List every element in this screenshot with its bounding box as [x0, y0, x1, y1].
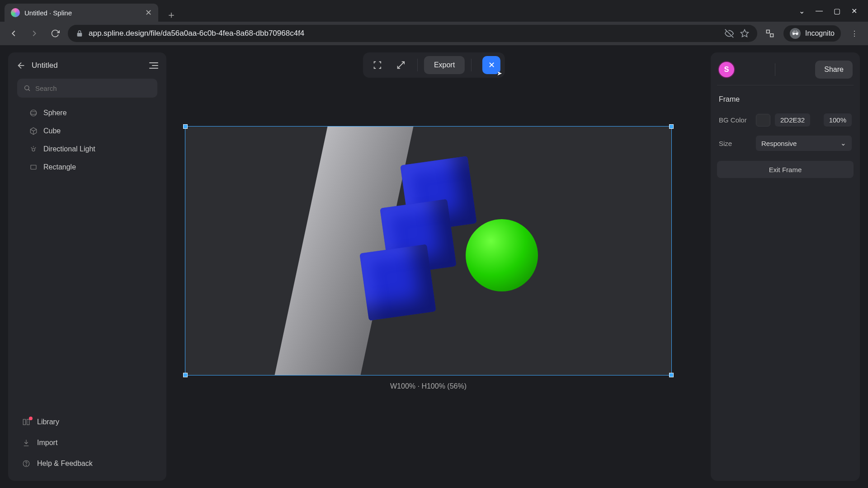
bg-color-opacity[interactable]: 100% [824, 113, 852, 127]
document-title[interactable]: Untitled [32, 61, 144, 70]
bg-color-swatch[interactable] [756, 114, 770, 127]
size-label: Size [719, 140, 751, 147]
left-panel: Untitled Sphere Cube Directional Light [8, 52, 166, 481]
layer-label: Directional Light [43, 145, 95, 153]
eye-off-icon[interactable] [725, 29, 734, 38]
star-icon[interactable] [740, 29, 749, 38]
import-button[interactable]: Import [16, 434, 158, 452]
layer-list: Sphere Cube Directional Light Rectangle [14, 102, 161, 409]
layer-item-light[interactable]: Directional Light [15, 140, 159, 158]
window-controls: ⌄ — ▢ ✕ [788, 0, 868, 22]
export-button[interactable]: Export [424, 56, 465, 74]
library-label: Library [37, 418, 59, 426]
maximize-icon[interactable]: ▢ [834, 7, 840, 15]
spline-favicon [11, 8, 20, 17]
svg-rect-2 [770, 34, 774, 37]
resize-handle-bl[interactable] [183, 373, 188, 377]
cube-face [359, 244, 436, 320]
import-icon [22, 438, 31, 447]
close-play-button[interactable]: ✕ ➤ [482, 56, 500, 74]
layer-label: Cube [43, 127, 61, 135]
frame-dimensions-label: W100% · H100% (56%) [390, 382, 467, 390]
library-icon [22, 418, 31, 427]
cursor-icon: ➤ [497, 70, 502, 77]
layer-item-sphere[interactable]: Sphere [15, 104, 159, 122]
layer-item-cube[interactable]: Cube [15, 122, 159, 140]
hamburger-menu-icon[interactable] [149, 62, 158, 69]
help-icon [22, 459, 31, 468]
sphere-icon [29, 108, 38, 117]
size-row: Size Responsive ⌄ [717, 134, 854, 153]
incognito-icon: 🕶 [790, 28, 801, 39]
browser-address-bar: app.spline.design/file/da56a0aa-6c0b-4fe… [0, 22, 868, 45]
sphere-object[interactable] [466, 219, 538, 291]
light-icon [29, 145, 38, 154]
svg-point-5 [30, 112, 37, 114]
library-button[interactable]: Library [16, 413, 158, 431]
bg-color-label: BG Color [719, 116, 751, 124]
incognito-label: Incognito [805, 29, 835, 38]
lock-icon [76, 30, 83, 37]
separator [775, 63, 775, 76]
url-text: app.spline.design/file/da56a0aa-6c0b-4fe… [89, 29, 304, 38]
reload-button[interactable] [47, 25, 63, 42]
kebab-menu-icon[interactable]: ⋮ [846, 25, 863, 42]
play-toolbar: Export ✕ ➤ [363, 52, 505, 78]
frame-viewport[interactable]: W100% · H100% (56%) [185, 127, 671, 375]
svg-rect-7 [31, 165, 36, 169]
share-button[interactable]: Share [815, 61, 853, 79]
toolbar-separator [471, 59, 472, 71]
svg-marker-0 [741, 30, 749, 37]
resize-handle-tl[interactable] [183, 124, 188, 129]
tab-title: Untitled · Spline [24, 9, 141, 17]
forward-button[interactable] [26, 25, 42, 42]
search-input[interactable] [35, 84, 151, 92]
app-root: Untitled Sphere Cube Directional Light [0, 45, 868, 488]
exit-frame-label: Exit Frame [769, 166, 802, 174]
search-icon [24, 84, 31, 92]
user-avatar[interactable]: S [718, 61, 735, 78]
layer-label: Sphere [43, 109, 67, 117]
help-button[interactable]: Help & Feedback [16, 455, 158, 473]
rectangle-icon [29, 163, 38, 172]
resize-handle-tr[interactable] [669, 124, 674, 129]
chevron-down-icon[interactable]: ⌄ [799, 7, 805, 15]
extensions-icon[interactable] [762, 25, 778, 42]
import-label: Import [37, 439, 57, 447]
svg-point-6 [32, 149, 35, 151]
avatar-initial: S [724, 66, 729, 74]
svg-point-4 [30, 110, 37, 116]
chevron-down-icon: ⌄ [840, 139, 846, 147]
svg-rect-1 [767, 30, 770, 33]
export-label: Export [434, 61, 455, 69]
back-button[interactable] [5, 25, 22, 42]
close-window-icon[interactable]: ✕ [851, 7, 857, 15]
frame-fit-icon[interactable] [368, 56, 387, 74]
url-input[interactable]: app.spline.design/file/da56a0aa-6c0b-4fe… [68, 25, 757, 42]
frame-section-title: Frame [717, 91, 854, 106]
canvas-area[interactable]: W100% · H100% (56%) [181, 90, 701, 470]
bg-color-hex[interactable]: 2D2E32 [775, 113, 810, 127]
expand-icon[interactable] [391, 56, 411, 74]
browser-tab[interactable]: Untitled · Spline ✕ [5, 4, 158, 22]
new-tab-button[interactable]: ＋ [158, 8, 184, 22]
svg-rect-8 [23, 419, 25, 425]
layer-search[interactable] [17, 79, 157, 98]
size-select[interactable]: Responsive ⌄ [756, 136, 852, 151]
svg-rect-9 [27, 419, 29, 425]
tab-close-icon[interactable]: ✕ [145, 8, 152, 18]
resize-handle-br[interactable] [669, 373, 674, 377]
layer-item-rectangle[interactable]: Rectangle [15, 158, 159, 176]
back-arrow-icon[interactable] [16, 61, 26, 70]
svg-point-3 [25, 86, 29, 90]
exit-frame-button[interactable]: Exit Frame [717, 161, 854, 178]
cube-icon [29, 127, 38, 136]
size-value: Responsive [761, 140, 797, 147]
share-label: Share [824, 66, 844, 74]
minimize-icon[interactable]: — [816, 7, 823, 15]
layer-label: Rectangle [43, 163, 76, 171]
toolbar-separator [417, 59, 418, 71]
browser-tab-strip: Untitled · Spline ✕ ＋ ⌄ — ▢ ✕ [0, 0, 868, 22]
help-label: Help & Feedback [37, 460, 93, 468]
incognito-indicator[interactable]: 🕶 Incognito [783, 25, 841, 42]
